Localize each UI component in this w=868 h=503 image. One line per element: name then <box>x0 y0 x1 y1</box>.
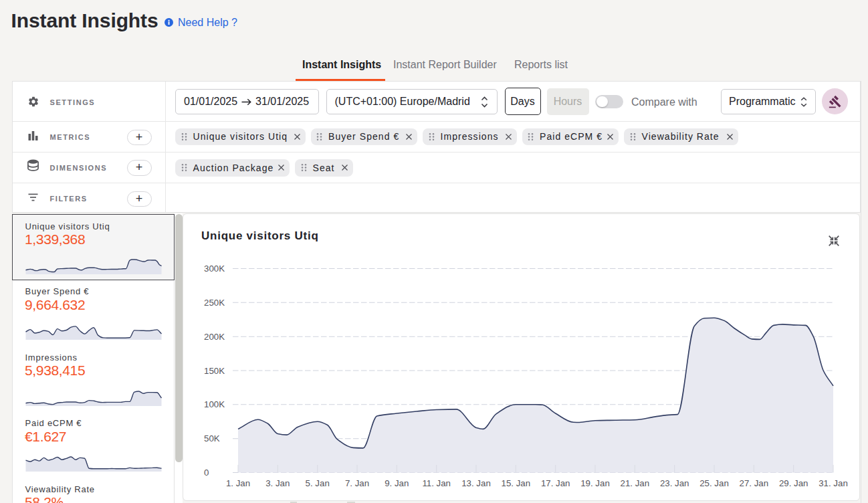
svg-text:11. Jan: 11. Jan <box>422 478 451 488</box>
svg-text:150K: 150K <box>204 366 225 376</box>
svg-text:17. Jan: 17. Jan <box>541 478 570 488</box>
svg-text:27. Jan: 27. Jan <box>739 478 768 488</box>
svg-text:21. Jan: 21. Jan <box>620 478 649 488</box>
svg-text:19. Jan: 19. Jan <box>580 478 610 488</box>
svg-text:100K: 100K <box>204 399 225 409</box>
svg-text:13. Jan: 13. Jan <box>461 478 491 488</box>
svg-text:23. Jan: 23. Jan <box>660 478 689 488</box>
svg-text:50K: 50K <box>204 433 220 443</box>
svg-text:29. Jan: 29. Jan <box>779 478 808 488</box>
svg-text:0: 0 <box>204 468 209 478</box>
svg-text:1. Jan: 1. Jan <box>226 478 250 488</box>
svg-text:9. Jan: 9. Jan <box>385 478 409 488</box>
svg-text:15. Jan: 15. Jan <box>501 478 530 488</box>
svg-text:31. Jan: 31. Jan <box>819 478 848 488</box>
svg-text:7. Jan: 7. Jan <box>345 478 369 488</box>
svg-text:250K: 250K <box>204 298 225 308</box>
svg-text:200K: 200K <box>204 332 225 342</box>
svg-text:300K: 300K <box>204 264 225 274</box>
svg-text:25. Jan: 25. Jan <box>699 478 729 488</box>
svg-text:3. Jan: 3. Jan <box>265 478 290 488</box>
svg-text:5. Jan: 5. Jan <box>306 478 330 488</box>
